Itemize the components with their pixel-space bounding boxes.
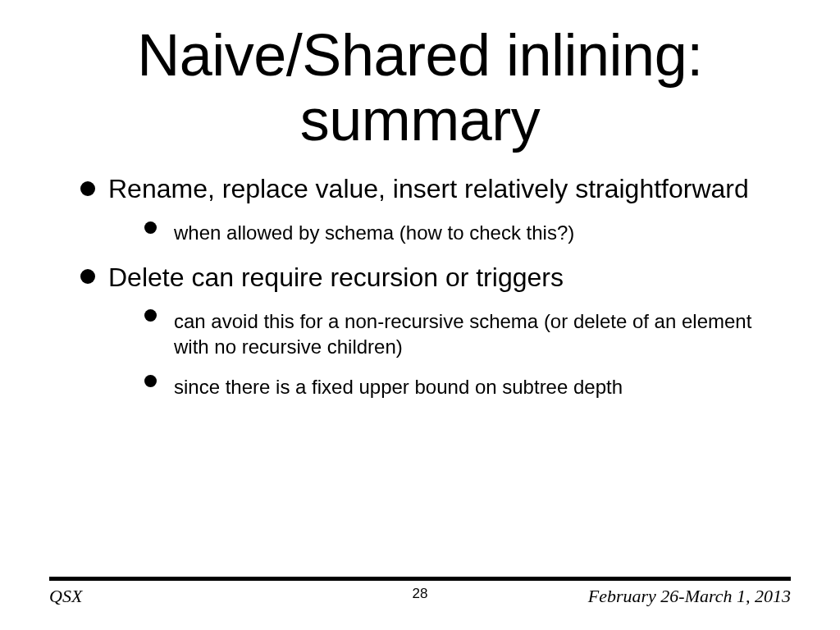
- sub-bullet-item: since there is a fixed upper bound on su…: [108, 374, 768, 399]
- bullet-list: Rename, replace value, insert relatively…: [72, 172, 768, 399]
- sub-bullet-list: when allowed by schema (how to check thi…: [108, 220, 768, 245]
- sub-bullet-text: can avoid this for a non-recursive schem…: [174, 310, 751, 358]
- sub-bullet-text: when allowed by schema (how to check thi…: [174, 221, 574, 244]
- slide-footer: QSX February 26-March 1, 2013 28: [49, 577, 791, 607]
- bullet-item: Rename, replace value, insert relatively…: [72, 172, 768, 245]
- page-number: 28: [49, 586, 791, 602]
- bullet-item: Delete can require recursion or triggers…: [72, 261, 768, 400]
- bullet-text: Rename, replace value, insert relatively…: [108, 174, 749, 203]
- sub-bullet-item: when allowed by schema (how to check thi…: [108, 220, 768, 245]
- sub-bullet-text: since there is a fixed upper bound on su…: [174, 376, 623, 398]
- slide-body: Rename, replace value, insert relatively…: [49, 172, 791, 399]
- footer-rule: [49, 577, 791, 581]
- slide: Naive/Shared inlining: summary Rename, r…: [0, 0, 840, 630]
- sub-bullet-item: can avoid this for a non-recursive schem…: [108, 308, 768, 359]
- bullet-text: Delete can require recursion or triggers: [108, 262, 564, 292]
- sub-bullet-list: can avoid this for a non-recursive schem…: [108, 308, 768, 400]
- slide-title: Naive/Shared inlining: summary: [49, 0, 791, 161]
